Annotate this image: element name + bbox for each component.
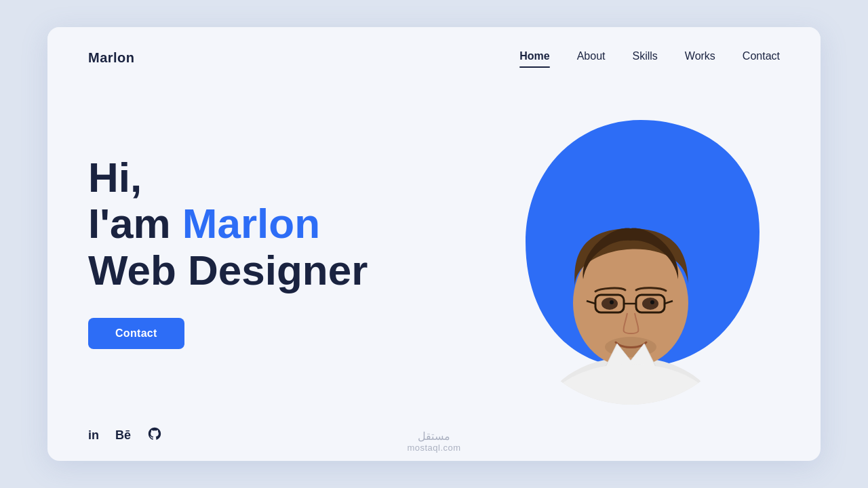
watermark-arabic: مستقل [407, 430, 460, 443]
site-logo: Marlon [88, 50, 135, 66]
browser-card: Marlon Home About Skills Works Contact H… [47, 27, 821, 461]
header: Marlon Home About Skills Works Contact [47, 27, 821, 88]
hero-name: Marlon [182, 200, 320, 247]
main-content: Hi, I'am Marlon Web Designer Contact [47, 88, 821, 415]
behance-icon[interactable]: Bē [115, 428, 131, 443]
hero-greeting: Hi, [88, 155, 780, 201]
linkedin-icon[interactable]: in [88, 428, 99, 443]
hero-intro-prefix: I'am [88, 200, 182, 247]
nav-works[interactable]: Works [685, 50, 715, 65]
main-nav: Home About Skills Works Contact [519, 50, 780, 65]
watermark-url: mostaql.com [407, 443, 460, 453]
nav-contact[interactable]: Contact [743, 50, 780, 65]
hero-intro: I'am Marlon [88, 201, 780, 247]
github-svg [147, 426, 162, 441]
nav-skills[interactable]: Skills [632, 50, 657, 65]
nav-home[interactable]: Home [519, 50, 549, 65]
svg-point-13 [546, 364, 715, 405]
watermark: مستقل mostaql.com [407, 430, 460, 453]
contact-button[interactable]: Contact [88, 318, 184, 349]
github-icon[interactable] [147, 426, 162, 445]
nav-about[interactable]: About [577, 50, 606, 65]
hero-role: Web Designer [88, 247, 780, 293]
hero-text: Hi, I'am Marlon Web Designer Contact [88, 155, 780, 349]
